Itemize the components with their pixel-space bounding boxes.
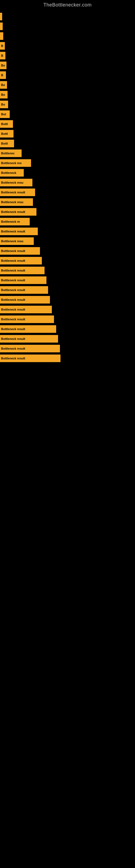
bar-row: Bottleneck res [0, 158, 135, 168]
bar-row: Bottleneck result [0, 314, 135, 324]
bar-row: Bottleneck result [0, 246, 135, 256]
bar-label: Bottleneck [1, 171, 16, 175]
bar-label: Bottleneck result [1, 308, 25, 311]
bar-row [0, 22, 135, 31]
bar-row: Bottleneck result [0, 295, 135, 305]
bar: Bottleneck result [0, 315, 54, 323]
bar: Bottleneck resu [0, 179, 32, 186]
bar-row: Bottleneck result [0, 275, 135, 285]
bar-row: B [0, 41, 135, 51]
bar-row: Bottleneck result [0, 226, 135, 236]
bar-row: Bo [0, 80, 135, 90]
bar: Bot [0, 111, 10, 118]
bars-container: BBBoBBoBoBoBotBottlBottlBottlBottlenecBo… [0, 9, 135, 363]
bar-label: Bottleneck result [1, 288, 25, 291]
bar: Bottleneck result [0, 345, 60, 352]
bar-row: Bottleneck re [0, 217, 135, 226]
bar: Bottleneck result [0, 276, 46, 284]
bar-row: Bo [0, 61, 135, 70]
bar-label: Bo [1, 83, 5, 87]
bar: Bottl [0, 130, 13, 137]
bar-label: Bottleneck result [1, 210, 25, 214]
bar-label: B [1, 73, 3, 77]
bar: Bottleneck resu [0, 237, 34, 245]
bar: Bottleneck result [0, 354, 60, 362]
bar: Bo [0, 81, 7, 89]
bar [0, 32, 3, 40]
bar-label: B [1, 44, 3, 48]
bar: Bottleneck result [0, 306, 52, 313]
bar: Bottleneck result [0, 286, 48, 294]
bar: Bottleneck re [0, 218, 30, 225]
bar-row: Bottleneck result [0, 353, 135, 363]
bar-row: Bottleneck resu [0, 178, 135, 187]
bar-row: Bottleneck result [0, 207, 135, 217]
bar-row: Bottleneck resu [0, 236, 135, 246]
bar-row: Bottleneck result [0, 187, 135, 197]
bar: Bo [0, 91, 8, 98]
bar-label: Bottleneck result [1, 328, 25, 331]
bar-label: Bottleneck result [1, 298, 25, 301]
bar: Bottl [0, 140, 14, 147]
bar-label: Bottleneck result [1, 259, 25, 262]
bar-row [0, 31, 135, 41]
bar-label: Bottleneck res [1, 161, 21, 165]
bar: Bottleneck result [0, 257, 42, 265]
bar-row: Bottlenec [0, 148, 135, 158]
bar: Bottleneck resu [0, 198, 33, 206]
bar-row: Bottleneck result [0, 344, 135, 353]
bar: B [0, 42, 5, 50]
bar-row [0, 12, 135, 22]
bar [0, 23, 3, 30]
bar-label: Bottleneck resu [1, 181, 24, 184]
bar: Bottleneck result [0, 335, 58, 343]
bar: Bottlenec [0, 150, 21, 157]
bar-row: Bottleneck [0, 168, 135, 178]
bar-row: Bottleneck resu [0, 197, 135, 207]
bar: Bottleneck result [0, 227, 38, 235]
bar-row: Bottl [0, 129, 135, 138]
bar-label: Bottl [1, 142, 8, 145]
bar-label: B [1, 54, 3, 57]
bar-row: Bottleneck result [0, 305, 135, 314]
bar-label: Bottleneck result [1, 230, 25, 233]
site-title: TheBottlenecker.com [0, 0, 135, 9]
bar-label: Bottlenec [1, 152, 14, 155]
bar-label: Bottleneck result [1, 318, 25, 321]
bar-row: Bottleneck result [0, 266, 135, 275]
bar: Bottleneck result [0, 267, 45, 274]
bar: Bottleneck result [0, 208, 37, 216]
bar-row: Bo [0, 90, 135, 99]
bar: Bottleneck result [0, 325, 56, 333]
bar-label: Bottleneck result [1, 249, 25, 252]
bar: B [0, 52, 5, 59]
bar-label: Bottleneck result [1, 347, 25, 350]
bar-row: Bot [0, 109, 135, 119]
bar-label: Bottl [1, 132, 8, 135]
bar: Bo [0, 62, 6, 69]
bar-label: Bottleneck re [1, 220, 20, 223]
bar-label: Bo [1, 64, 5, 67]
bar-row: Bottleneck result [0, 256, 135, 266]
bar-row: Bottl [0, 119, 135, 129]
bar-label: Bottleneck resu [1, 200, 24, 204]
bar-label: Bottleneck result [1, 191, 25, 194]
bar: Bo [0, 101, 8, 108]
bar: Bottleneck result [0, 247, 40, 255]
bar: Bottleneck result [0, 188, 35, 196]
bar-label: Bot [1, 113, 6, 116]
bar-row: Bottleneck result [0, 324, 135, 334]
bar-label: Bottleneck result [1, 269, 25, 272]
bar-row: B [0, 51, 135, 61]
bar-label: Bottleneck result [1, 357, 25, 360]
bar: Bottl [0, 120, 13, 128]
bar-label: Bottleneck result [1, 279, 25, 282]
bar-row: Bottleneck result [0, 285, 135, 295]
bar: B [0, 71, 6, 79]
bar-row: B [0, 70, 135, 80]
bar-label: Bottleneck result [1, 337, 25, 340]
bar: Bottleneck [0, 169, 24, 177]
bar-label: Bottleneck resu [1, 240, 24, 243]
bar-row: Bo [0, 99, 135, 109]
bar-row: Bottleneck result [0, 334, 135, 344]
